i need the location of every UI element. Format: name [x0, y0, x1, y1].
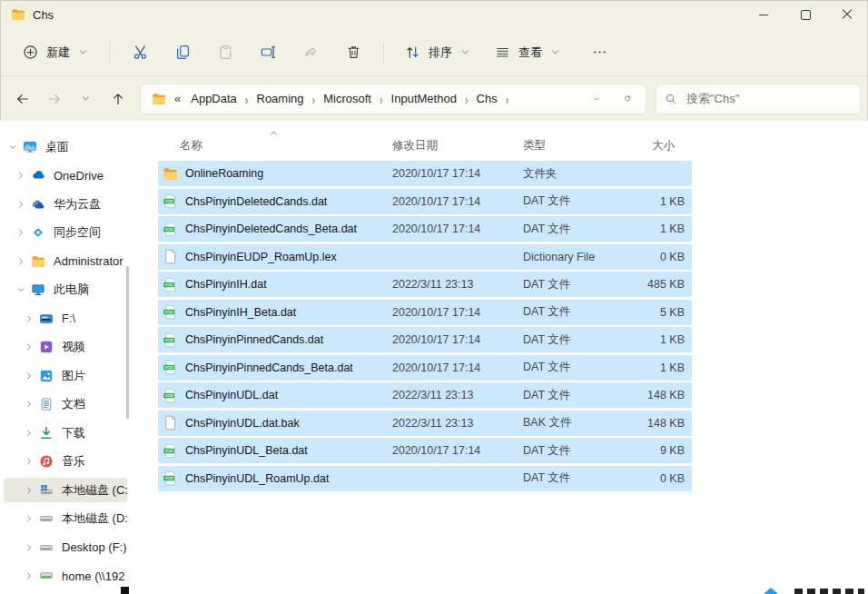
- chevron-right-icon[interactable]: [25, 400, 34, 409]
- file-icon: [163, 415, 178, 431]
- svg-text:VCD: VCD: [165, 448, 173, 452]
- rename-button[interactable]: [249, 36, 287, 69]
- arrow-left-button[interactable]: [7, 84, 37, 114]
- maximize-button[interactable]: [784, 0, 826, 29]
- chevron-right-icon[interactable]: [25, 429, 34, 438]
- sidebar-item-pictures[interactable]: 图片: [4, 363, 127, 388]
- cut-button[interactable]: [121, 36, 159, 69]
- chevron-right-icon[interactable]: [25, 371, 34, 381]
- chevron-right-icon[interactable]: [16, 257, 25, 266]
- breadcrumb: AppData›Roaming›Microsoft›InputMethod›Ch…: [185, 88, 511, 109]
- sidebar-item-desktop[interactable]: 桌面: [4, 134, 127, 159]
- minimize-button[interactable]: [743, 0, 784, 29]
- folder-icon: [163, 166, 178, 182]
- table-row[interactable]: VCDChsPinyinDeletedCands_Beta.dat2020/10…: [158, 216, 692, 242]
- table-row[interactable]: VCDChsPinyinUDL_Beta.dat2020/10/17 17:14…: [158, 438, 692, 463]
- address-dropdown-button[interactable]: [582, 86, 609, 112]
- table-row[interactable]: VCDChsPinyinPinnedCands.dat2020/10/17 17…: [158, 327, 692, 352]
- chevron-right-icon[interactable]: [25, 342, 34, 351]
- table-row[interactable]: ChsPinyinEUDP_RoamUp.lexDictionary File0…: [158, 244, 692, 270]
- sidebar-item-documents[interactable]: 文档: [4, 392, 127, 417]
- sidebar-item-sync-space[interactable]: 同步空间: [4, 221, 127, 245]
- sidebar-item-disk[interactable]: Desktop (F:): [4, 535, 127, 559]
- column-header[interactable]: 名称: [158, 138, 392, 153]
- view-button[interactable]: 查看: [485, 36, 570, 69]
- address-box[interactable]: « AppData›Roaming›Microsoft›InputMethod›…: [140, 84, 646, 114]
- sidebar-item-this-pc[interactable]: 此电脑: [4, 278, 127, 302]
- nav-buttons: [7, 84, 133, 114]
- sidebar-item-label: Desktop (F:): [62, 540, 127, 554]
- dat-file-icon: VCD: [163, 470, 178, 486]
- sidebar-item-onedrive-cloud[interactable]: OneDrive: [4, 163, 127, 188]
- file-size: 0 KB: [634, 472, 692, 485]
- table-row[interactable]: OnlineRoaming2020/10/17 17:14文件夹: [158, 161, 692, 186]
- partition-icon: [39, 312, 54, 326]
- breadcrumb-item[interactable]: Microsoft: [318, 88, 377, 109]
- search-input[interactable]: [685, 91, 852, 106]
- chevron-right-icon[interactable]: [25, 571, 34, 580]
- file-type: DAT 文件: [523, 470, 634, 486]
- column-header[interactable]: 修改日期: [392, 138, 523, 153]
- table-row[interactable]: VCDChsPinyinUDL.dat2022/3/11 23:13DAT 文件…: [158, 382, 692, 408]
- copy-button[interactable]: [163, 36, 202, 69]
- table-row[interactable]: VCDChsPinyinDeletedCands.dat2020/10/17 1…: [158, 189, 692, 214]
- arrow-up-button[interactable]: [103, 84, 133, 114]
- breadcrumb-item[interactable]: Chs: [471, 88, 503, 109]
- column-header[interactable]: 类型: [523, 138, 634, 153]
- chevron-right-icon[interactable]: [25, 514, 34, 523]
- sort-button[interactable]: 排序: [395, 36, 480, 69]
- table-row[interactable]: VCDChsPinyinPinnedCands_Beta.dat2020/10/…: [158, 355, 692, 381]
- background-diamond-icon: [764, 588, 778, 594]
- chevron-right-icon[interactable]: [25, 457, 34, 466]
- sidebar-item-label: Administrator: [54, 254, 123, 268]
- chevron-right-icon[interactable]: [16, 200, 25, 209]
- file-size: 1 KB: [634, 223, 692, 235]
- breadcrumb-item[interactable]: Roaming: [252, 88, 310, 109]
- sidebar-item-videos[interactable]: 视频: [4, 335, 127, 360]
- file-date: 2020/10/17 17:14: [392, 333, 523, 346]
- explorer-window: Chs 新建 排序 查看: [0, 0, 868, 594]
- dat-file-icon: VCD: [163, 443, 178, 459]
- paste-icon: [218, 45, 233, 60]
- sidebar-item-music[interactable]: 音乐: [4, 450, 127, 474]
- sidebar-scrollbar[interactable]: [126, 266, 129, 419]
- chevron-right-icon[interactable]: [25, 314, 34, 323]
- file-name: ChsPinyinDeletedCands.dat: [185, 195, 327, 208]
- chevron-down-icon[interactable]: [8, 143, 17, 152]
- file-size: 9 KB: [634, 444, 692, 457]
- refresh-button[interactable]: [613, 86, 640, 112]
- title-bar: Chs: [0, 0, 868, 29]
- table-row[interactable]: ChsPinyinUDL.dat.bak2022/3/11 23:13BAK 文…: [158, 411, 692, 436]
- sidebar-item-label: 本地磁盘 (D:): [62, 510, 127, 527]
- chevron-down-icon: [81, 94, 91, 104]
- copy-icon: [175, 45, 191, 60]
- chevron-down-icon[interactable]: [16, 285, 25, 294]
- chevron-right-icon[interactable]: [16, 171, 25, 180]
- file-type: DAT 文件: [523, 360, 634, 375]
- address-bar: « AppData›Roaming›Microsoft›InputMethod›…: [0, 76, 868, 122]
- sidebar-item-partition[interactable]: F:\: [4, 306, 127, 331]
- table-row[interactable]: VCDChsPinyinIH.dat2022/3/11 23:13DAT 文件4…: [158, 272, 692, 297]
- column-header[interactable]: 大小: [634, 138, 692, 153]
- sidebar-item-downloads[interactable]: 下载: [4, 421, 127, 445]
- table-row[interactable]: VCDChsPinyinIH_Beta.dat2020/10/17 17:14D…: [158, 300, 692, 325]
- chevron-right-icon[interactable]: [16, 228, 25, 237]
- sidebar-item-huawei-cloud[interactable]: 华为云盘: [4, 192, 127, 216]
- folder-icon: [152, 92, 166, 106]
- close-button[interactable]: [826, 0, 868, 29]
- chevron-right-icon[interactable]: [25, 486, 34, 495]
- sidebar-item-disk-windows[interactable]: 本地磁盘 (C:): [4, 478, 127, 502]
- breadcrumb-overflow[interactable]: «: [170, 92, 185, 105]
- sidebar-item-disk-network[interactable]: home (\\192: [4, 564, 127, 589]
- more-options-button[interactable]: [580, 36, 618, 69]
- sidebar-item-disk[interactable]: 本地磁盘 (D:): [4, 507, 127, 531]
- table-row[interactable]: VCDChsPinyinUDL_RoamUp.datDAT 文件0 KB: [158, 466, 692, 491]
- chevron-down-button[interactable]: [71, 84, 101, 114]
- delete-button[interactable]: [334, 36, 372, 69]
- breadcrumb-item[interactable]: InputMethod: [386, 88, 462, 109]
- window-tab[interactable]: Chs: [11, 7, 54, 22]
- new-button[interactable]: 新建: [13, 36, 98, 69]
- chevron-right-icon[interactable]: [25, 543, 34, 552]
- breadcrumb-item[interactable]: AppData: [185, 88, 242, 109]
- sidebar-item-folder[interactable]: Administrator: [4, 249, 127, 273]
